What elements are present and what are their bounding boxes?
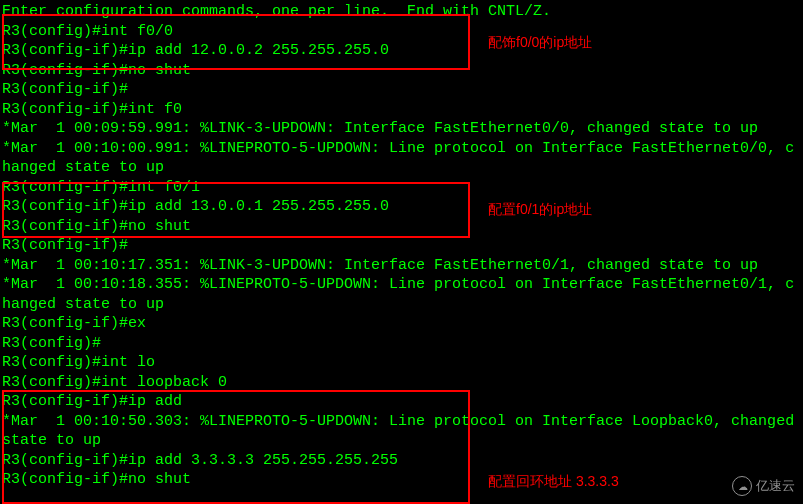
- annotation-loopback: 配置回环地址 3.3.3.3: [488, 472, 619, 490]
- annotation-f0-1: 配置f0/1的ip地址: [488, 200, 592, 218]
- watermark-text: 亿速云: [756, 478, 795, 495]
- terminal-output: Enter configuration commands, one per li…: [2, 2, 801, 490]
- term-line: R3(config-if)#: [2, 236, 801, 256]
- term-line: R3(config-if)#ex: [2, 314, 801, 334]
- term-line: Enter configuration commands, one per li…: [2, 2, 801, 22]
- term-line: R3(config-if)#ip add 3.3.3.3 255.255.255…: [2, 451, 801, 471]
- term-line: R3(config-if)#ip add: [2, 392, 801, 412]
- cloud-icon: ☁: [732, 476, 752, 496]
- term-line: R3(config)#int loopback 0: [2, 373, 801, 393]
- term-line: *Mar 1 00:10:18.355: %LINEPROTO-5-UPDOWN…: [2, 275, 801, 314]
- term-line: R3(config-if)#ip add 13.0.0.1 255.255.25…: [2, 197, 801, 217]
- term-line: *Mar 1 00:10:17.351: %LINK-3-UPDOWN: Int…: [2, 256, 801, 276]
- term-line: R3(config)#int lo: [2, 353, 801, 373]
- term-line: R3(config-if)#no shut: [2, 470, 801, 490]
- term-line: R3(config-if)#no shut: [2, 217, 801, 237]
- term-line: *Mar 1 00:09:59.991: %LINK-3-UPDOWN: Int…: [2, 119, 801, 139]
- term-line: R3(config)#int f0/0: [2, 22, 801, 42]
- term-line: R3(config-if)#ip add 12.0.0.2 255.255.25…: [2, 41, 801, 61]
- term-line: R3(config-if)#int f0/1: [2, 178, 801, 198]
- watermark: ☁ 亿速云: [732, 476, 795, 496]
- annotation-f0-0: 配饰f0/0的ip地址: [488, 33, 592, 51]
- term-line: R3(config-if)#: [2, 80, 801, 100]
- term-line: *Mar 1 00:10:00.991: %LINEPROTO-5-UPDOWN…: [2, 139, 801, 178]
- term-line: *Mar 1 00:10:50.303: %LINEPROTO-5-UPDOWN…: [2, 412, 801, 451]
- term-line: R3(config-if)#int f0: [2, 100, 801, 120]
- term-line: R3(config)#: [2, 334, 801, 354]
- term-line: R3(config-if)#no shut: [2, 61, 801, 81]
